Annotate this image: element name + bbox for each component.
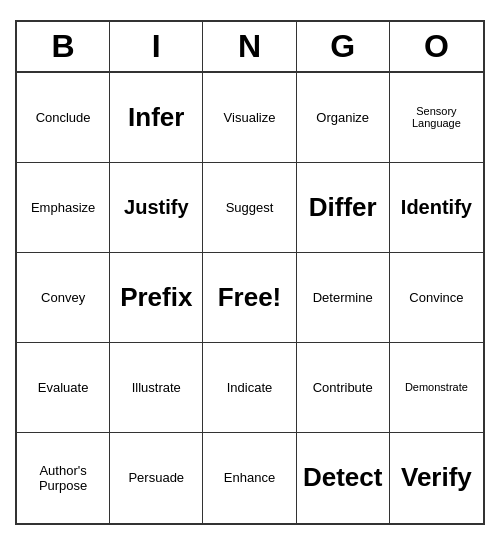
bingo-cell[interactable]: Determine	[297, 253, 390, 343]
header-letter: G	[297, 22, 390, 71]
bingo-cell[interactable]: Verify	[390, 433, 483, 523]
bingo-cell[interactable]: Organize	[297, 73, 390, 163]
bingo-cell[interactable]: Emphasize	[17, 163, 110, 253]
bingo-cell[interactable]: Differ	[297, 163, 390, 253]
bingo-cell[interactable]: Visualize	[203, 73, 296, 163]
bingo-cell[interactable]: Illustrate	[110, 343, 203, 433]
bingo-cell[interactable]: Evaluate	[17, 343, 110, 433]
bingo-cell[interactable]: Convey	[17, 253, 110, 343]
bingo-grid: ConcludeInferVisualizeOrganizeSensory La…	[17, 73, 483, 523]
bingo-cell[interactable]: Sensory Language	[390, 73, 483, 163]
bingo-header: BINGO	[17, 22, 483, 73]
bingo-cell[interactable]: Prefix	[110, 253, 203, 343]
header-letter: I	[110, 22, 203, 71]
bingo-cell[interactable]: Detect	[297, 433, 390, 523]
bingo-cell[interactable]: Demonstrate	[390, 343, 483, 433]
bingo-card: BINGO ConcludeInferVisualizeOrganizeSens…	[15, 20, 485, 525]
header-letter: O	[390, 22, 483, 71]
bingo-cell[interactable]: Identify	[390, 163, 483, 253]
bingo-cell[interactable]: Suggest	[203, 163, 296, 253]
bingo-cell[interactable]: Conclude	[17, 73, 110, 163]
bingo-cell[interactable]: Convince	[390, 253, 483, 343]
header-letter: N	[203, 22, 296, 71]
bingo-cell[interactable]: Persuade	[110, 433, 203, 523]
bingo-cell[interactable]: Infer	[110, 73, 203, 163]
header-letter: B	[17, 22, 110, 71]
bingo-cell[interactable]: Author's Purpose	[17, 433, 110, 523]
bingo-cell[interactable]: Free!	[203, 253, 296, 343]
bingo-cell[interactable]: Enhance	[203, 433, 296, 523]
bingo-cell[interactable]: Indicate	[203, 343, 296, 433]
bingo-cell[interactable]: Contribute	[297, 343, 390, 433]
bingo-cell[interactable]: Justify	[110, 163, 203, 253]
